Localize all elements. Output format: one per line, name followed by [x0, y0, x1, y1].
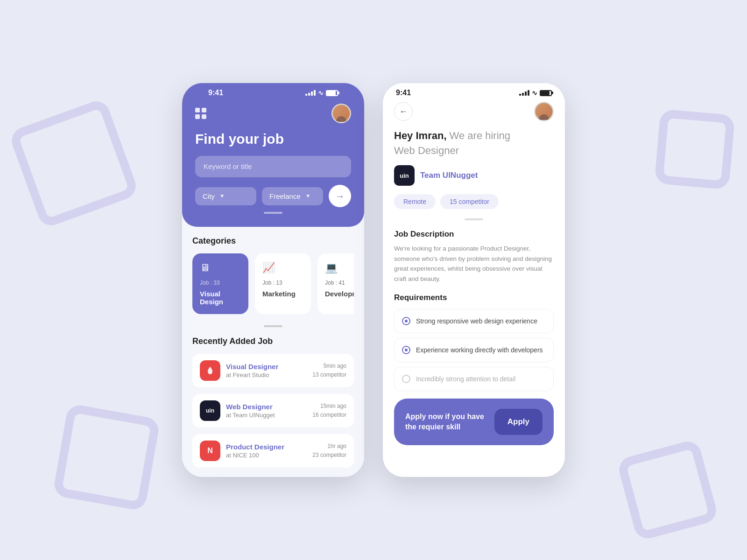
job-item-product-designer[interactable]: N Product Designer at NICE 100 1hr ago 2…	[192, 434, 354, 468]
company-row: uin Team UINugget	[394, 165, 554, 186]
requirement-text: Incredibly strong attention to detail	[416, 375, 515, 383]
drag-handle	[264, 212, 282, 214]
status-icons: ∿	[305, 89, 338, 97]
categories-list: 🖥 Job : 33 Visual Design 📈 Job : 13 Mark…	[192, 253, 354, 314]
search-box[interactable]: Keyword or title	[195, 156, 351, 177]
tag-competitors: 15 competitor	[440, 194, 499, 209]
status-time: 9:41	[208, 89, 223, 97]
search-placeholder: Keyword or title	[204, 162, 252, 170]
bg-shape	[654, 109, 735, 189]
chart-icon: 📈	[262, 262, 303, 274]
scroll-indicator	[264, 325, 282, 327]
logo-text: N	[207, 447, 213, 455]
requirement-item-3: Incredibly strong attention to detail	[394, 367, 554, 391]
status-icons: ∿	[519, 89, 552, 97]
bg-shape	[8, 98, 140, 229]
category-job-count: Job : 41	[325, 280, 354, 286]
job-competitors: 16 competitor	[312, 411, 346, 420]
wifi-icon: ∿	[532, 89, 537, 97]
status-bar: 9:41 ∿	[195, 83, 351, 100]
job-type-dropdown[interactable]: Freelance ▼	[262, 187, 323, 205]
job-description-section: Job Description We're looking for a pass…	[394, 230, 554, 284]
requirements-title: Requirements	[394, 293, 554, 302]
greeting-name: Hey Imran,	[394, 130, 447, 141]
phone-body: Categories 🖥 Job : 33 Visual Design 📈 Jo…	[182, 227, 364, 477]
company-logo-text: uin	[400, 172, 409, 179]
detail-topbar: ←	[394, 100, 554, 130]
company-logo-nice: N	[200, 441, 220, 461]
back-button[interactable]: ←	[394, 102, 413, 121]
detail-content: ← Hey Imran, We are hiring Web Designer …	[383, 100, 565, 445]
category-job-count: Job : 13	[262, 280, 303, 286]
filter-row: City ▼ Freelance ▼ →	[195, 185, 351, 207]
arrow-right-icon: →	[335, 191, 345, 202]
description-text: We're looking for a passionate Product D…	[394, 244, 554, 284]
job-item-web-designer[interactable]: uin Web Designer at Team UINugget 15min …	[192, 394, 354, 427]
monitor-icon: 🖥	[200, 262, 241, 274]
requirements-section: Requirements Strong responsive web desig…	[394, 293, 554, 391]
category-card-visual-design[interactable]: 🖥 Job : 33 Visual Design	[192, 253, 248, 314]
phone-detail: 9:41 ∿ ←	[383, 83, 565, 477]
code-icon: 💻	[325, 262, 354, 274]
company-logo-fireart	[200, 360, 220, 381]
logo-text: uin	[206, 407, 214, 414]
job-company: at NICE 100	[226, 452, 307, 459]
signal-icon	[519, 90, 529, 96]
recent-jobs-title: Recently Added Job	[192, 336, 354, 346]
status-bar: 9:41 ∿	[383, 83, 565, 100]
apply-bar: Apply now if you have the requier skill …	[394, 399, 554, 445]
req-dot-icon	[402, 317, 410, 325]
requirement-text: Strong responsive web design experience	[416, 317, 537, 325]
description-title: Job Description	[394, 230, 554, 239]
greeting-text: We are hiring	[447, 130, 511, 141]
tags-row: Remote 15 competitor	[394, 194, 554, 209]
job-info: Product Designer at NICE 100	[226, 443, 307, 459]
job-company: at Fireart Studio	[226, 371, 307, 378]
job-info: Visual Designer at Fireart Studio	[226, 363, 307, 378]
category-card-development[interactable]: 💻 Job : 41 Development	[317, 253, 354, 314]
category-card-marketing[interactable]: 📈 Job : 13 Marketing	[255, 253, 311, 314]
job-type-label: Freelance	[269, 192, 301, 200]
bg-shape	[616, 439, 719, 541]
battery-icon	[540, 90, 552, 96]
category-name: Marketing	[262, 290, 303, 298]
category-name: Development	[325, 290, 354, 298]
avatar[interactable]	[331, 104, 351, 123]
req-dot-icon	[402, 375, 410, 383]
company-logo: uin	[394, 165, 415, 186]
chevron-down-icon: ▼	[219, 193, 225, 199]
greeting: Hey Imran, We are hiring	[394, 130, 554, 142]
job-info: Web Designer at Team UINugget	[226, 403, 307, 419]
job-time: 15min ago	[312, 402, 346, 411]
signal-icon	[305, 90, 316, 96]
job-time: 1hr ago	[312, 442, 346, 451]
search-button[interactable]: →	[329, 185, 351, 207]
job-title: Product Designer	[226, 443, 307, 451]
menu-grid-icon[interactable]	[195, 108, 206, 119]
apply-text: Apply now if you have the requier skill	[405, 412, 484, 433]
drag-indicator	[465, 218, 483, 220]
chevron-down-icon: ▼	[305, 193, 311, 199]
top-bar	[195, 100, 351, 131]
job-meta: 1hr ago 23 competitor	[312, 442, 346, 460]
requirement-item-1: Strong responsive web design experience	[394, 309, 554, 333]
wifi-icon: ∿	[318, 89, 324, 97]
company-logo-uin: uin	[200, 400, 220, 421]
page-title: Find your job	[195, 131, 351, 147]
apply-button[interactable]: Apply	[494, 409, 543, 435]
company-name: Team UINugget	[420, 171, 478, 180]
req-dot-icon	[402, 346, 410, 354]
categories-title: Categories	[192, 236, 354, 246]
city-dropdown[interactable]: City ▼	[195, 187, 256, 205]
requirement-item-2: Experience working directly with develop…	[394, 338, 554, 362]
requirements-list: Strong responsive web design experience …	[394, 309, 554, 391]
category-name: Visual Design	[200, 290, 241, 306]
avatar[interactable]	[534, 102, 554, 121]
apply-label-line1: Apply now if you have	[405, 412, 484, 422]
job-item-visual-designer[interactable]: Visual Designer at Fireart Studio 5min a…	[192, 354, 354, 387]
phone-search: 9:41 ∿	[182, 83, 364, 477]
phones-container: 9:41 ∿	[182, 83, 565, 477]
job-time: 5min ago	[312, 362, 346, 371]
job-list: Visual Designer at Fireart Studio 5min a…	[192, 354, 354, 468]
city-label: City	[203, 192, 215, 200]
